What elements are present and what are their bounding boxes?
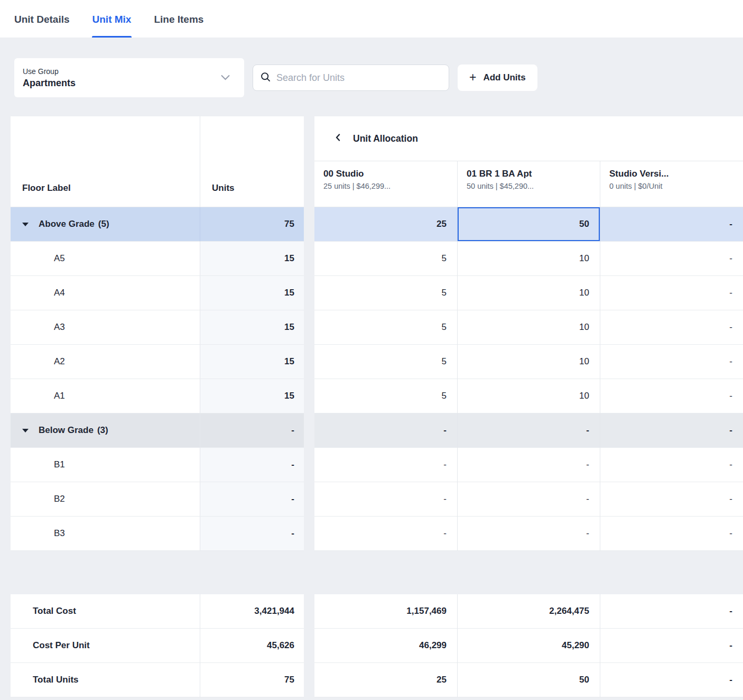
- floor-row-a1: A1 15 5 10 -: [11, 379, 743, 413]
- units-cell[interactable]: 15: [200, 310, 304, 345]
- floor-label-cell: A4: [11, 276, 200, 310]
- footer-units-value: 75: [200, 663, 304, 697]
- collapse-group-icon[interactable]: [22, 223, 29, 226]
- allocation-cell[interactable]: -: [457, 413, 600, 448]
- footer-allocation-value: 1,157,469: [314, 594, 457, 629]
- units-cell[interactable]: 15: [200, 276, 304, 310]
- footer-label: Cost Per Unit: [11, 629, 200, 663]
- floor-row-b3: B3 - - - -: [11, 517, 743, 551]
- unit-column-header-1br1ba[interactable]: 01 BR 1 BA Apt 50 units | $45,290...: [457, 161, 600, 207]
- footer-allocation-value: 45,290: [457, 629, 600, 663]
- allocation-cell[interactable]: 10: [457, 242, 600, 276]
- units-cell[interactable]: -: [200, 482, 304, 517]
- allocation-cell[interactable]: 5: [314, 310, 457, 345]
- collapse-allocation-icon[interactable]: [335, 133, 340, 144]
- allocation-cell[interactable]: -: [600, 379, 743, 413]
- footer-allocation-value: 46,299: [314, 629, 457, 663]
- floor-group-label-cell[interactable]: Above Grade (5): [11, 207, 200, 242]
- tab-unit-details[interactable]: Unit Details: [14, 14, 70, 38]
- totals-section: Total Cost 3,421,944 1,157,469 2,264,475…: [11, 594, 743, 697]
- add-units-label: Add Units: [483, 72, 525, 83]
- floor-row-b2: B2 - - - -: [11, 482, 743, 517]
- use-group-label: Use Group: [23, 67, 76, 76]
- allocation-cell[interactable]: -: [600, 448, 743, 482]
- units-cell[interactable]: 15: [200, 345, 304, 379]
- collapse-group-icon[interactable]: [22, 429, 29, 432]
- allocation-cell[interactable]: -: [600, 276, 743, 310]
- units-cell[interactable]: 15: [200, 379, 304, 413]
- floor-group-label-cell[interactable]: Below Grade (3): [11, 413, 200, 448]
- allocation-cell[interactable]: -: [600, 517, 743, 551]
- allocation-cell[interactable]: -: [314, 482, 457, 517]
- allocation-cell[interactable]: 10: [457, 276, 600, 310]
- allocation-cell[interactable]: -: [600, 310, 743, 345]
- unit-column-header-studio[interactable]: 00 Studio 25 units | $46,299...: [314, 161, 457, 207]
- units-cell[interactable]: -: [200, 448, 304, 482]
- allocation-cell[interactable]: 5: [314, 242, 457, 276]
- floor-row-a4: A4 15 5 10 -: [11, 276, 743, 310]
- search-icon: [261, 72, 271, 84]
- floor-label-cell: A2: [11, 345, 200, 379]
- allocation-cell[interactable]: 25: [314, 207, 457, 242]
- footer-label: Total Units: [11, 663, 200, 697]
- floor-label-cell: B1: [11, 448, 200, 482]
- allocation-cell[interactable]: -: [600, 345, 743, 379]
- unit-mix-grid: Floor Label Units Unit Allocation 00 Stu…: [11, 116, 743, 697]
- allocation-cell[interactable]: -: [600, 482, 743, 517]
- footer-allocation-value: -: [600, 629, 743, 663]
- tab-unit-mix[interactable]: Unit Mix: [92, 14, 132, 38]
- allocation-cell[interactable]: 5: [314, 379, 457, 413]
- allocation-cell[interactable]: -: [600, 413, 743, 448]
- total-cost-row: Total Cost 3,421,944 1,157,469 2,264,475…: [11, 594, 743, 629]
- allocation-cell[interactable]: -: [457, 482, 600, 517]
- tab-line-items[interactable]: Line Items: [154, 14, 203, 38]
- allocation-cell[interactable]: -: [314, 413, 457, 448]
- allocation-cell[interactable]: -: [314, 517, 457, 551]
- total-units-row: Total Units 75 25 50 -: [11, 663, 743, 697]
- plus-icon: +: [469, 71, 476, 84]
- units-cell[interactable]: -: [200, 517, 304, 551]
- floor-group-row-below-grade: Below Grade (3) - - - -: [11, 413, 743, 448]
- units-cell[interactable]: 75: [200, 207, 304, 242]
- add-units-button[interactable]: + Add Units: [458, 65, 537, 91]
- units-cell[interactable]: -: [200, 413, 304, 448]
- cost-per-unit-row: Cost Per Unit 45,626 46,299 45,290 -: [11, 629, 743, 663]
- search-units-input[interactable]: [276, 72, 441, 84]
- floor-label-cell: B3: [11, 517, 200, 551]
- floor-row-a3: A3 15 5 10 -: [11, 310, 743, 345]
- allocation-cell[interactable]: 10: [457, 379, 600, 413]
- allocation-cell[interactable]: 5: [314, 276, 457, 310]
- search-units-box: [253, 65, 449, 91]
- tab-bar: Unit Details Unit Mix Line Items: [0, 0, 743, 38]
- allocation-cell[interactable]: 10: [457, 310, 600, 345]
- allocation-cell[interactable]: -: [457, 448, 600, 482]
- use-group-dropdown[interactable]: Use Group Apartments: [14, 58, 244, 97]
- chevron-down-icon: [220, 73, 230, 82]
- floor-label-cell: A5: [11, 242, 200, 276]
- footer-allocation-value: -: [600, 663, 743, 697]
- footer-label: Total Cost: [11, 594, 200, 629]
- footer-allocation-value: 25: [314, 663, 457, 697]
- toolbar: Use Group Apartments + Add Units: [14, 58, 743, 97]
- unit-column-header-studio-version[interactable]: Studio Versi... 0 units | $0/Unit: [600, 161, 743, 207]
- footer-units-value: 45,626: [200, 629, 304, 663]
- unit-allocation-title: Unit Allocation: [353, 133, 418, 144]
- selected-allocation-cell[interactable]: 50: [457, 207, 600, 242]
- use-group-value: Apartments: [23, 78, 76, 89]
- allocation-cell[interactable]: -: [600, 207, 743, 242]
- floor-label-header: Floor Label: [11, 116, 200, 207]
- floor-label-cell: B2: [11, 482, 200, 517]
- footer-units-value: 3,421,944: [200, 594, 304, 629]
- allocation-cell[interactable]: -: [314, 448, 457, 482]
- allocation-cell[interactable]: 5: [314, 345, 457, 379]
- allocation-cell[interactable]: 10: [457, 345, 600, 379]
- footer-allocation-value: 2,264,475: [457, 594, 600, 629]
- allocation-cell[interactable]: -: [457, 517, 600, 551]
- units-cell[interactable]: 15: [200, 242, 304, 276]
- floor-label-cell: A1: [11, 379, 200, 413]
- unit-allocation-title-bar: Unit Allocation: [314, 116, 743, 161]
- grid-header-row: Floor Label Units Unit Allocation 00 Stu…: [11, 116, 743, 207]
- floor-row-a5: A5 15 5 10 -: [11, 242, 743, 276]
- floor-label-cell: A3: [11, 310, 200, 345]
- allocation-cell[interactable]: -: [600, 242, 743, 276]
